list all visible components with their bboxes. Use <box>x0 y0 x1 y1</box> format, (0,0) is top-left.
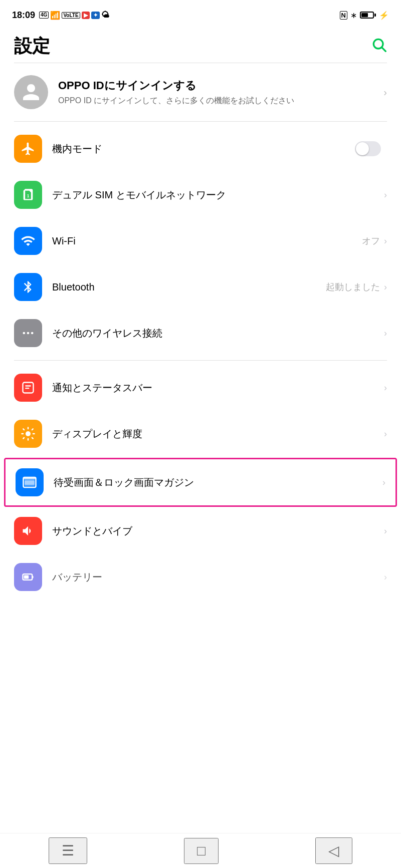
airplane-icon <box>21 141 36 156</box>
dual-sim-label: デュアル SIM とモバイルネットワーク <box>52 188 384 201</box>
account-chevron-icon: › <box>383 87 387 98</box>
bluetooth-label: Bluetooth <box>52 280 326 294</box>
svg-rect-8 <box>25 388 29 389</box>
avatar <box>14 75 48 109</box>
settings-item-wallpaper[interactable]: 待受画面＆ロック画面マガジン › <box>4 458 397 507</box>
svg-text:1: 1 <box>27 194 30 198</box>
airplane-toggle[interactable] <box>355 141 381 156</box>
volte-icon: VoLTE <box>62 12 80 19</box>
status-bar: 18:09 4G 📶 VoLTE ▶ ✦ 🌤 N ∗ ⚡ <box>0 0 401 28</box>
dual-sim-icon-wrap: 1 <box>14 181 42 209</box>
wifi-icon-wrap <box>14 227 42 255</box>
status-time: 18:09 <box>12 10 35 21</box>
sound-label: サウンドとバイブ <box>52 524 384 537</box>
notification-icon-wrap <box>14 374 42 402</box>
wifi-status: オフ <box>362 235 380 247</box>
person-icon <box>21 82 41 102</box>
battery-icon-wrap <box>14 563 42 591</box>
wifi-icon <box>21 233 36 248</box>
settings-item-wifi[interactable]: Wi-Fi オフ › <box>0 218 401 264</box>
search-button[interactable] <box>371 37 387 56</box>
svg-rect-16 <box>32 576 33 578</box>
settings-list: 機内モード 1 デュアル SIM とモバイルネットワーク › Wi-Fi オフ … <box>0 122 401 360</box>
svg-point-9 <box>26 431 31 436</box>
wifi-label: Wi-Fi <box>52 234 362 247</box>
charging-icon: ⚡ <box>379 11 389 20</box>
airplane-label: 機内モード <box>52 142 355 155</box>
sound-chevron-icon: › <box>384 526 387 536</box>
account-subtitle: OPPO ID にサインインして、さらに多くの機能をお試しください <box>58 95 383 106</box>
svg-point-5 <box>31 332 34 335</box>
settings-item-airplane[interactable]: 機内モード <box>0 126 401 172</box>
svg-rect-7 <box>25 385 31 386</box>
svg-rect-15 <box>24 575 29 579</box>
notification-chevron-icon: › <box>384 383 387 393</box>
account-title: OPPO IDにサインインする <box>58 78 383 93</box>
bluetooth-status: 起動しました <box>326 281 380 293</box>
svg-rect-12 <box>24 477 36 479</box>
nav-home-button[interactable]: □ <box>184 838 219 864</box>
svg-point-3 <box>23 332 26 335</box>
airplane-icon-wrap <box>14 135 42 163</box>
settings-list-2: 通知とステータスバー › ディスプレイと輝度 › 待受画面＆ロック画面マガジン … <box>0 361 401 604</box>
wifi-chevron-icon: › <box>384 236 387 246</box>
settings-item-battery[interactable]: バッテリー › <box>0 554 401 600</box>
nfc-icon: N <box>340 11 347 20</box>
svg-rect-13 <box>25 480 35 485</box>
signal-bars-icon: 📶 <box>50 11 60 20</box>
youtube-icon: ▶ <box>82 12 90 19</box>
wallpaper-icon-wrap <box>16 468 44 496</box>
wallpaper-chevron-icon: › <box>382 477 385 488</box>
svg-line-1 <box>382 48 385 51</box>
sound-icon <box>21 524 35 538</box>
settings-item-bluetooth[interactable]: Bluetooth 起動しました › <box>0 264 401 310</box>
settings-item-sound[interactable]: サウンドとバイブ › <box>0 508 401 554</box>
nav-menu-button[interactable]: ☰ <box>49 837 87 864</box>
display-label: ディスプレイと輝度 <box>52 427 384 440</box>
account-section[interactable]: OPPO IDにサインインする OPPO ID にサインインして、さらに多くの機… <box>0 63 401 121</box>
display-icon <box>21 426 36 441</box>
wireless-chevron-icon: › <box>384 328 387 339</box>
notification-icon <box>21 381 35 395</box>
account-info: OPPO IDにサインインする OPPO ID にサインインして、さらに多くの機… <box>58 78 383 106</box>
bluetooth-icon <box>21 280 35 294</box>
wallpaper-icon <box>22 475 37 490</box>
nav-back-button[interactable]: ◁ <box>315 837 352 864</box>
sos-icon: ✦ <box>91 12 100 19</box>
battery-label: バッテリー <box>52 570 384 584</box>
battery-chevron-icon: › <box>384 572 387 583</box>
sound-icon-wrap <box>14 517 42 545</box>
settings-item-display[interactable]: ディスプレイと輝度 › <box>0 411 401 457</box>
notification-label: 通知とステータスバー <box>52 381 384 394</box>
more-icon <box>21 326 35 340</box>
page-title: 設定 <box>14 34 50 59</box>
wallpaper-label: 待受画面＆ロック画面マガジン <box>54 476 382 489</box>
battery-setting-icon <box>21 570 35 584</box>
sim-icon: 1 <box>21 188 35 202</box>
dual-sim-chevron-icon: › <box>384 190 387 200</box>
4g-icon: 4G <box>39 12 49 19</box>
settings-item-notification[interactable]: 通知とステータスバー › <box>0 365 401 411</box>
header: 設定 <box>0 28 401 63</box>
bluetooth-chevron-icon: › <box>384 282 387 293</box>
display-chevron-icon: › <box>384 429 387 439</box>
settings-item-dual-sim[interactable]: 1 デュアル SIM とモバイルネットワーク › <box>0 172 401 218</box>
bluetooth-icon-wrap <box>14 273 42 301</box>
status-icons-right: N ∗ ⚡ <box>340 11 389 20</box>
battery-icon <box>360 12 376 19</box>
wireless-label: その他のワイヤレス接続 <box>52 327 384 340</box>
bluetooth-status-icon: ∗ <box>350 11 357 20</box>
wireless-icon-wrap <box>14 319 42 347</box>
status-icons-left: 4G 📶 VoLTE ▶ ✦ 🌤 <box>39 11 109 20</box>
weather-icon: 🌤 <box>101 11 109 20</box>
display-icon-wrap <box>14 420 42 448</box>
bottom-navigation: ☰ □ ◁ <box>0 833 401 868</box>
settings-item-wireless[interactable]: その他のワイヤレス接続 › <box>0 310 401 356</box>
svg-point-4 <box>27 332 30 335</box>
